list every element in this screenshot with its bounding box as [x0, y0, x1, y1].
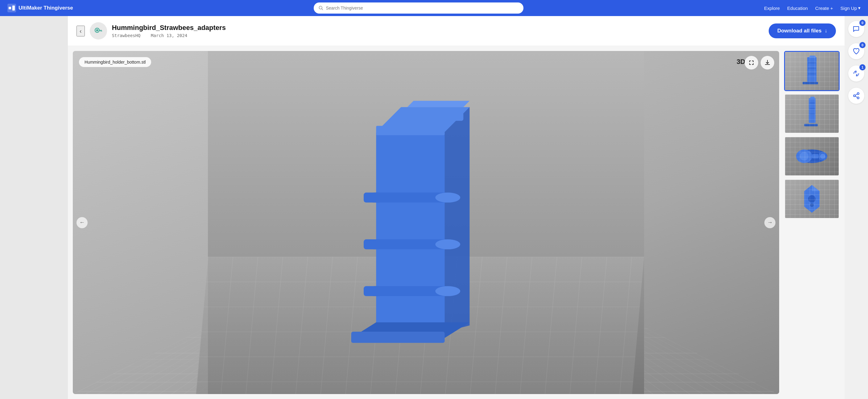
viewer-section: Hummingbird_holder_bottom.stl 3D: [68, 46, 844, 399]
svg-line-4: [322, 9, 323, 9]
back-button[interactable]: ‹: [76, 26, 85, 36]
comments-action[interactable]: 0: [848, 21, 864, 37]
svg-point-22: [435, 239, 460, 249]
main-layout: ‹ Hummingbird_Strawbees_adapters Strawbe…: [0, 16, 868, 399]
comments-icon: [852, 25, 860, 33]
svg-line-55: [855, 96, 858, 97]
search-bar[interactable]: [314, 2, 523, 13]
nav-explore[interactable]: Explore: [764, 5, 780, 11]
share-icon: [852, 92, 860, 99]
next-image-button[interactable]: →: [764, 217, 775, 228]
thing-header: ‹ Hummingbird_Strawbees_adapters Strawbe…: [68, 16, 844, 46]
svg-rect-16: [376, 126, 444, 135]
thumbnail-1[interactable]: [784, 51, 840, 91]
svg-marker-29: [407, 101, 469, 107]
search-input[interactable]: [326, 5, 519, 10]
svg-rect-1: [9, 7, 11, 9]
download-all-label: Download all files: [777, 28, 822, 34]
share-action[interactable]: [848, 88, 864, 104]
thing-avatar: [90, 22, 107, 39]
thumbnail-4[interactable]: [784, 179, 840, 219]
svg-point-6: [96, 29, 98, 31]
svg-point-54: [857, 97, 859, 99]
likes-badge: 0: [859, 42, 866, 48]
plus-icon: +: [830, 5, 833, 11]
content-area: ‹ Hummingbird_Strawbees_adapters Strawbe…: [68, 16, 844, 399]
svg-rect-21: [364, 239, 448, 249]
nav-create[interactable]: Create +: [815, 5, 833, 11]
download-all-button[interactable]: Download all files ↓: [769, 24, 836, 38]
logo[interactable]: UltiMaker Thingiverse: [7, 4, 73, 12]
thumbnail-strip: [784, 51, 840, 394]
svg-rect-9: [101, 31, 102, 31]
remixes-action[interactable]: 1: [848, 65, 864, 82]
viewer-main: Hummingbird_holder_bottom.stl 3D: [73, 51, 779, 394]
svg-rect-24: [364, 286, 448, 296]
3d-object-render: [73, 51, 779, 394]
right-sidebar: 0 0 1: [844, 16, 868, 399]
thing-meta: StrawbeesHQ March 13, 2024: [112, 33, 764, 38]
svg-rect-8: [100, 31, 101, 32]
svg-rect-18: [364, 193, 448, 203]
nav-education[interactable]: Education: [787, 5, 808, 11]
thumbnail-3[interactable]: [784, 136, 840, 176]
svg-point-53: [854, 95, 855, 97]
chevron-down-icon: ▾: [858, 5, 861, 11]
header: UltiMaker Thingiverse Explore Education …: [0, 0, 868, 16]
svg-rect-28: [407, 107, 463, 121]
thing-author[interactable]: StrawbeesHQ: [112, 33, 141, 38]
header-nav: Explore Education Create + Sign Up ▾: [764, 5, 861, 11]
svg-line-56: [855, 94, 858, 95]
svg-point-19: [435, 193, 460, 203]
thumbnail-2[interactable]: [784, 93, 840, 134]
thing-info: Hummingbird_Strawbees_adapters Strawbees…: [112, 24, 764, 38]
comments-badge: 0: [859, 20, 866, 26]
thing-date: March 13, 2024: [151, 33, 187, 38]
share-button[interactable]: [848, 88, 864, 104]
search-icon: [319, 5, 323, 10]
logo-icon: [7, 4, 16, 12]
svg-rect-2: [12, 5, 15, 10]
download-icon: ↓: [825, 28, 828, 34]
svg-rect-14: [376, 132, 444, 338]
left-sidebar: [0, 16, 68, 399]
prev-image-button[interactable]: ←: [76, 217, 88, 228]
nav-signup[interactable]: Sign Up ▾: [841, 5, 861, 11]
key-icon: [93, 26, 103, 36]
thing-title: Hummingbird_Strawbees_adapters: [112, 24, 764, 32]
svg-rect-27: [351, 332, 445, 343]
svg-point-25: [435, 286, 460, 296]
remix-icon: [852, 70, 860, 77]
svg-rect-7: [99, 30, 102, 31]
svg-point-52: [857, 93, 859, 94]
heart-icon: [852, 48, 860, 55]
logo-text: UltiMaker Thingiverse: [19, 5, 73, 11]
remixes-badge: 1: [859, 64, 866, 70]
likes-action[interactable]: 0: [848, 43, 864, 59]
